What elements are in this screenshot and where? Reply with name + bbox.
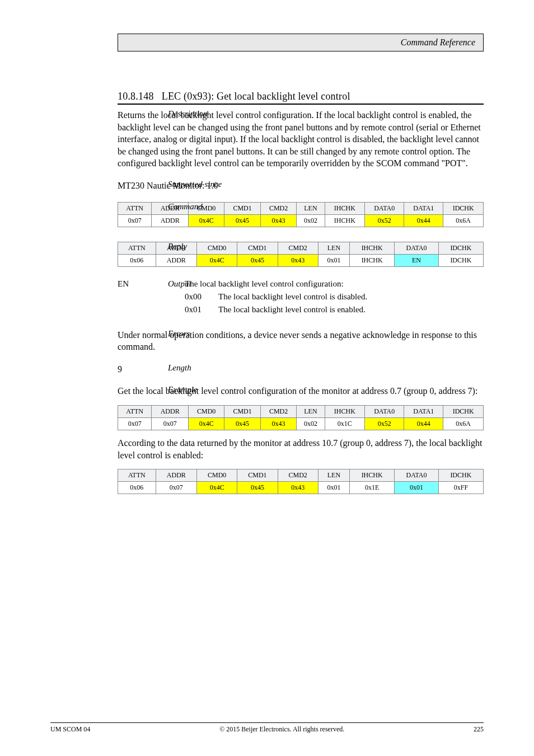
th: IHCHK (350, 242, 395, 254)
td: 0x1C (325, 417, 365, 430)
th: ATTN (118, 469, 156, 482)
label-example: Example (168, 385, 229, 395)
page: Command Reference 10.8.148 LEC (0x93): G… (0, 0, 534, 756)
field-value-code: 0x00 (185, 292, 218, 302)
th: IDCHK (438, 242, 483, 254)
td: 0x44 (404, 214, 443, 227)
th: CMD1 (237, 242, 278, 254)
th: ADDR (152, 405, 189, 417)
footer-center: © 2015 Beijer Electronics. All rights re… (219, 725, 344, 734)
th: CMD0 (188, 405, 224, 417)
td: 0x52 (365, 214, 404, 227)
td: 0x45 (237, 254, 278, 266)
td: 0x45 (224, 214, 260, 227)
section-heading: 10.8.148 LEC (0x93): Get local backlight… (118, 91, 484, 102)
td: 0x4C (188, 417, 224, 430)
header-title: Command Reference (401, 37, 475, 47)
th: CMD1 (224, 405, 260, 417)
th: CMD2 (260, 202, 296, 214)
th: LEN (318, 242, 349, 254)
th: DATA0 (395, 242, 439, 254)
td: 0x43 (260, 214, 296, 227)
section-number: 10.8.148 (118, 91, 154, 102)
label-command: Command (168, 202, 229, 212)
th: CMD1 (237, 469, 278, 482)
field-value-code: 0x01 (185, 305, 218, 314)
th: DATA0 (395, 469, 439, 482)
th: ATTN (118, 202, 152, 214)
footer-right: 225 (474, 725, 484, 734)
td: 0x01 (318, 482, 349, 494)
footer-left: UM SCOM 04 (50, 725, 90, 734)
td: 0x6A (443, 214, 484, 227)
td: 0x06 (118, 482, 156, 494)
td: 0x4C (188, 214, 224, 227)
td: 0x01 (318, 254, 349, 266)
td: 0x07 (118, 417, 152, 430)
label-reply: Reply (168, 242, 229, 251)
example-reply-intro: According to the data returned by the mo… (118, 437, 484, 461)
label-length: Length (168, 363, 229, 373)
td: 0x06 (118, 254, 156, 266)
th: IDCHK (438, 469, 483, 482)
output-value-row: 0x01 The local backlight level control i… (185, 305, 484, 314)
table-row: ATTN ADDR CMD0 CMD1 CMD2 LEN IHCHK DATA0… (118, 469, 484, 482)
th: CMD1 (224, 202, 260, 214)
td: 0x43 (278, 254, 318, 266)
th: LEN (318, 469, 349, 482)
section-rule (118, 104, 484, 105)
th: IHCHK (325, 405, 365, 417)
field-value-desc: The local backlight level control is dis… (218, 292, 367, 302)
td: 0x01 (395, 482, 439, 494)
td: 0x43 (278, 482, 318, 494)
td: 0x02 (297, 417, 325, 430)
td: 0x4C (197, 254, 237, 266)
th: CMD2 (278, 242, 318, 254)
td: 0x07 (152, 417, 189, 430)
table-row: ATTN ADDR CMD0 CMD1 CMD2 LEN IHCHK DATA0… (118, 405, 484, 417)
th: LEN (297, 202, 325, 214)
td: 0x4C (197, 482, 237, 494)
th: LEN (297, 405, 325, 417)
table-row: 0x07 ADDR 0x4C 0x45 0x43 0x02 IHCHK 0x52… (118, 214, 484, 227)
td: 0x43 (260, 417, 296, 430)
content-area: 10.8.148 LEC (0x93): Get local backlight… (118, 91, 484, 494)
td: 0x45 (224, 417, 260, 430)
section-title-text: LEC (0x93): Get local backlight level co… (162, 91, 350, 102)
td: ADDR (152, 214, 189, 227)
field-value-desc: The local backlight level control is ena… (218, 305, 366, 314)
th: DATA1 (404, 405, 443, 417)
header-box: Command Reference (118, 34, 484, 51)
th: IDCHK (443, 202, 484, 214)
td: 0x52 (365, 417, 404, 430)
example-command-table: ATTN ADDR CMD0 CMD1 CMD2 LEN IHCHK DATA0… (118, 405, 484, 430)
td: 0x07 (156, 482, 196, 494)
example-reply-table: ATTN ADDR CMD0 CMD1 CMD2 LEN IHCHK DATA0… (118, 469, 484, 494)
td: EN (395, 254, 439, 266)
th: IDCHK (443, 405, 484, 417)
th: IHCHK (350, 469, 395, 482)
table-row: 0x06 0x07 0x4C 0x45 0x43 0x01 0x1E 0x01 … (118, 482, 484, 494)
table-row: 0x07 0x07 0x4C 0x45 0x43 0x02 0x1C 0x52 … (118, 417, 484, 430)
th: CMD2 (260, 405, 296, 417)
label-description: Description (168, 109, 229, 119)
th: CMD2 (278, 469, 318, 482)
td: 0x07 (118, 214, 152, 227)
th: DATA0 (365, 405, 404, 417)
output-value-row: 0x00 The local backlight level control i… (185, 292, 484, 302)
th: DATA0 (365, 202, 404, 214)
td: 0x44 (404, 417, 443, 430)
td: 0x6A (443, 417, 484, 430)
td: 0xFF (438, 482, 483, 494)
label-output: Output (168, 279, 229, 289)
td: ADDR (156, 254, 196, 266)
td: IDCHK (438, 254, 483, 266)
th: ATTN (118, 242, 156, 254)
label-errors: Errors (168, 329, 229, 339)
td: 0x1E (350, 482, 395, 494)
footer: UM SCOM 04 © 2015 Beijer Electronics. Al… (50, 722, 484, 734)
th: ADDR (156, 469, 196, 482)
td: 0x45 (237, 482, 278, 494)
th: CMD0 (197, 469, 237, 482)
th: DATA1 (404, 202, 443, 214)
